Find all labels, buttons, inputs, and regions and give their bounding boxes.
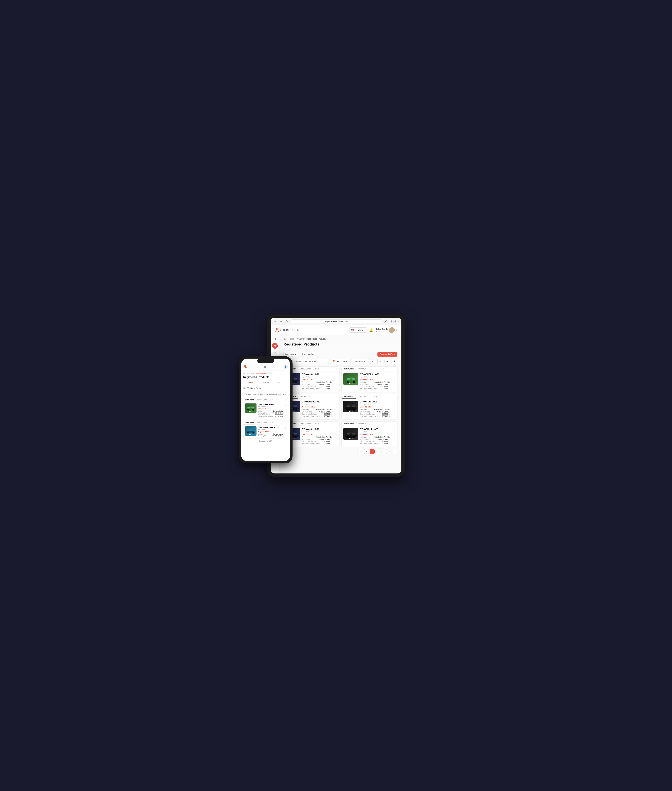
card-3-info: DYNOShield 16×28 Full surface Mercedes C…	[302, 401, 333, 417]
card-5-tab-1[interactable]: DYNOCarbon	[298, 422, 313, 426]
card-6-info: DYNOShield 16×28 Full surface Mercedes C…	[360, 428, 390, 445]
back-button[interactable]: ←	[274, 320, 277, 323]
svg-rect-48	[251, 407, 254, 409]
phone-card-2-tabs: DYNOMatte DYNOCarbon NEX	[243, 421, 288, 425]
svg-point-38	[353, 436, 355, 438]
sort-button[interactable]: Sort by date ▾	[352, 359, 369, 364]
copy-icon[interactable]: ⎘	[390, 384, 390, 385]
phone-content: 🏠 › Warranty › View Warranty Registered …	[241, 371, 290, 461]
svg-point-26	[353, 409, 355, 411]
card-2-tab-1[interactable]: DYNOSmoke	[356, 367, 371, 371]
copy-icon[interactable]: ⎘	[332, 438, 333, 440]
phone-breadcrumb-warranty[interactable]: Warranty	[247, 372, 254, 374]
phone-card-2-warranty-label: Warranty ID :	[258, 435, 267, 437]
phone-card-2-tab-1[interactable]: DYNOCarbon	[255, 421, 269, 425]
copy-icon[interactable]: ⎘	[390, 411, 390, 413]
forward-button[interactable]: →	[279, 320, 283, 323]
phone-card-2-tab-2[interactable]: NEX	[268, 421, 274, 425]
refresh-button[interactable]: ↻	[285, 320, 289, 323]
category-select[interactable]: t category ▾	[283, 352, 298, 357]
notification-icon[interactable]: 🔔	[370, 328, 373, 332]
calendar-icon: 📅	[333, 360, 335, 363]
card-3-menu-button[interactable]: ⋮	[334, 401, 338, 404]
card-6-product-name: DYNOShield 16×28	[360, 428, 390, 430]
tab-requests[interactable]: Requ...	[273, 380, 288, 385]
svg-point-4	[390, 331, 394, 333]
phone-card-2-name: DYNOMiami Blue 16×28	[258, 427, 283, 428]
download-csv-button[interactable]: Download CSV ↓	[378, 352, 397, 356]
breadcrumb-home[interactable]: Home	[289, 338, 294, 340]
breadcrumb-warranty[interactable]: Warranty	[297, 338, 305, 340]
copy-icon[interactable]: ⎘	[332, 411, 333, 413]
card-6-menu-button[interactable]: ⋮	[392, 428, 395, 431]
date-filter-button[interactable]: 📅 Last 30 days ▾	[330, 359, 350, 364]
grid-view-button[interactable]: ⊞	[384, 359, 390, 364]
prev-page-button[interactable]: ‹	[358, 449, 363, 454]
phone-card-2-menu[interactable]: ⋮	[284, 427, 286, 429]
card-1-menu-button[interactable]: ⋮	[334, 373, 338, 376]
logo-text: STEKSHIELD	[280, 328, 299, 332]
card-6-installer-row: Installer : MetroPolitan Detailing	[360, 436, 390, 438]
phone-card-1-surface: Full surface	[258, 406, 283, 407]
phone-card-1-install-row: Date of installation : 2024.06.12	[258, 414, 283, 415]
card-1-tab-2[interactable]: NEX	[313, 367, 321, 371]
page-2-button[interactable]: 2	[370, 449, 374, 454]
filter-settings-button[interactable]: ⚙	[370, 359, 376, 364]
next-page-button[interactable]: ›	[393, 449, 397, 454]
card-2-surface: Full surface	[360, 376, 390, 378]
card-4-tab-2[interactable]: NEX	[371, 394, 379, 399]
page-3-button[interactable]: 3	[376, 449, 380, 454]
card-3-car-name: Mercedes CLA	[302, 406, 333, 408]
card-2-tab-0[interactable]: DYNOShield	[342, 367, 357, 371]
sidebar-toggle[interactable]: ◀	[274, 337, 276, 340]
tab-expired[interactable]: Expired	[258, 380, 273, 385]
phone-card-1-menu[interactable]: ⋮	[284, 403, 286, 406]
card-6-tab-1[interactable]: DYNOSmoke	[356, 422, 371, 426]
card-4-menu-button[interactable]: ⋮	[392, 401, 395, 404]
phone-list-icon[interactable]: ☰	[247, 387, 249, 390]
card-4-tabs: DYNOMatteDYNOCarbonNEX	[342, 394, 397, 399]
phone-card-1-tab-1[interactable]: DYNOCarbon	[255, 398, 269, 402]
product-select[interactable]: Select product ▾	[299, 352, 318, 357]
card-1-tab-1[interactable]: DYNOCarbon	[298, 367, 313, 371]
phone-search-icon: 🔍	[245, 393, 247, 395]
sidebar-icon-chart[interactable]: ◎	[274, 352, 276, 355]
card-2-menu-button[interactable]: ⋮	[392, 373, 395, 376]
card-4-tab-1[interactable]: DYNOCarbon	[356, 394, 371, 399]
card-5-surface: Full surface	[302, 431, 333, 433]
phone-hamburger-icon[interactable]: ☰	[264, 365, 267, 369]
copy-icon[interactable]: ⎘	[390, 438, 390, 440]
phone-card-1-tab-0[interactable]: DYNOMatte	[243, 398, 255, 402]
copy-icon[interactable]: ⎘	[332, 384, 333, 385]
card-6-nextcheck-row: Next maintenance check : 2024.08.14	[360, 443, 390, 445]
card-6-car-name: Mercedes CLA	[360, 433, 390, 435]
browser-chrome: ← → ↻ stg.crm.steksoftware.com 🎤 ⬆ 10 ··…	[271, 318, 402, 325]
tab-active[interactable]: Active	[243, 380, 258, 385]
warranty-card-4: DYNOMatteDYNOCarbonNEX DYNOMatte 16×28 F…	[341, 394, 397, 419]
phone-user-icon[interactable]: 👤	[283, 364, 288, 369]
phone-card-1-name: DYNOGreen 16×28	[258, 403, 283, 406]
card-6-tab-0[interactable]: DYNOShield	[342, 422, 357, 426]
phone-search-input[interactable]	[243, 392, 288, 396]
card-5-menu-button[interactable]: ⋮	[334, 428, 338, 431]
svg-point-8	[295, 381, 298, 384]
user-menu[interactable]: John Smith Admin ▾	[376, 327, 397, 333]
svg-rect-22	[294, 406, 297, 407]
breadcrumb: 🏠 › Home › Warranty › Registered Product…	[283, 338, 397, 340]
page-1-button[interactable]: 1	[364, 449, 369, 454]
phone-grid-icon[interactable]: ⊞	[243, 387, 245, 390]
card-4-tab-0[interactable]: DYNOMatte	[342, 394, 356, 399]
phone-show-filters-button[interactable]: Show filters ▾	[250, 387, 262, 389]
url-bar[interactable]: stg.crm.steksoftware.com	[291, 320, 382, 323]
phone-card-2-tab-0[interactable]: DYNOMatte	[243, 421, 255, 425]
user-chevron-icon: ▾	[396, 328, 397, 332]
phone-breadcrumb-view[interactable]: View Warranty	[256, 372, 266, 374]
card-3-tab-1[interactable]: DYNOSmoke	[298, 394, 314, 399]
filter-sort-button[interactable]: ⇅	[378, 359, 383, 364]
list-view-button[interactable]: ☰	[392, 359, 397, 364]
page-100-button[interactable]: 100	[387, 449, 392, 454]
card-5-tab-2[interactable]: NEX	[313, 422, 321, 426]
phone-card-1-tab-2[interactable]: NEX	[268, 398, 274, 402]
language-selector[interactable]: 🇺🇸 English ▾	[349, 328, 367, 332]
more-icon: ···	[397, 320, 399, 323]
